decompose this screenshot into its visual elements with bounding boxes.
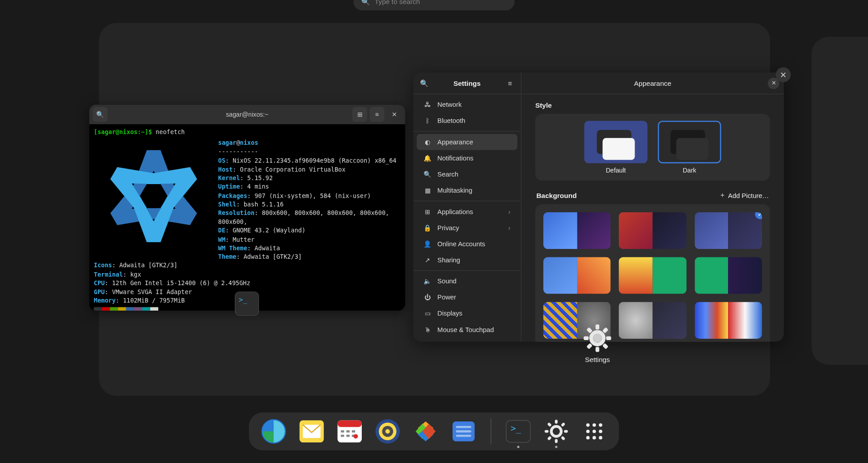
sidebar-item-label: Network: [437, 101, 462, 108]
wallpaper-option[interactable]: [543, 257, 611, 294]
style-option-dark[interactable]: Dark: [658, 121, 721, 173]
sidebar-item-label: Bluetooth: [437, 118, 466, 124]
gear-icon: [582, 323, 612, 353]
wallpaper-option[interactable]: [619, 257, 686, 294]
svg-rect-40: [547, 422, 551, 427]
sidebar-separator: [413, 270, 521, 271]
workspace-next[interactable]: [812, 37, 868, 365]
chevron-right-icon: ›: [508, 208, 511, 215]
sharing-icon: ↗: [423, 256, 432, 264]
sidebar-item-displays[interactable]: ▭Displays: [417, 305, 517, 321]
wallpaper-option[interactable]: [619, 212, 686, 249]
svg-point-22: [353, 434, 358, 438]
terminal-search-button[interactable]: 🔍: [93, 107, 107, 122]
dock-web-browser[interactable]: [260, 418, 287, 445]
terminal-body[interactable]: [sagar@nixos:~]$ neofetch: [89, 124, 405, 311]
sidebar-item-label: Notifications: [437, 155, 474, 161]
overview-search[interactable]: 🔍 Type to search: [353, 0, 514, 10]
bluetooth-icon: ᛒ: [423, 118, 432, 124]
add-picture-button[interactable]: ＋ Add Picture…: [719, 191, 769, 199]
neofetch-at: @: [236, 139, 240, 146]
settings-app-thumbnail[interactable]: Settings: [582, 323, 612, 363]
sidebar-item-keyboard[interactable]: ⌨Keyboard: [417, 337, 517, 341]
sidebar-item-mouse-touchpad[interactable]: 🖱Mouse & Touchpad: [417, 321, 517, 337]
wallpaper-option[interactable]: [694, 257, 762, 294]
search-icon: 🔍: [361, 0, 370, 6]
search-icon: 🔍: [423, 171, 432, 178]
power-icon: ⏻: [423, 294, 432, 301]
appearance-icon: ◐: [423, 139, 432, 146]
settings-sidebar: 🔍 Settings ≡ 🖧NetworkᛒBluetooth◐Appearan…: [413, 72, 521, 341]
svg-rect-28: [456, 426, 471, 428]
command: neofetch: [156, 128, 185, 135]
svg-rect-41: [561, 436, 565, 440]
terminal-new-tab-button[interactable]: ⊞: [352, 107, 367, 122]
svg-rect-20: [346, 435, 349, 437]
sidebar-item-appearance[interactable]: ◐Appearance: [417, 134, 517, 150]
sidebar-item-online-accounts[interactable]: 👤Online Accounts: [417, 236, 517, 252]
settings-search-button[interactable]: 🔍: [418, 77, 430, 89]
online-accounts-icon: 👤: [423, 240, 432, 248]
search-icon: 🔍: [420, 79, 428, 87]
dock-music[interactable]: [374, 418, 401, 445]
dock-settings[interactable]: [543, 418, 569, 445]
wallpaper-option[interactable]: ✓: [694, 212, 762, 249]
sidebar-item-label: Sound: [437, 278, 457, 285]
style-option-default[interactable]: Default: [584, 121, 648, 173]
sidebar-item-search[interactable]: 🔍Search: [417, 166, 517, 182]
sidebar-item-privacy[interactable]: 🔒Privacy›: [417, 220, 517, 236]
dock-photos[interactable]: [412, 418, 439, 445]
wallpaper-option[interactable]: [619, 302, 686, 339]
settings-page-title: Appearance: [634, 79, 671, 87]
sidebar-item-network[interactable]: 🖧Network: [417, 97, 517, 113]
wallpaper-option[interactable]: [543, 212, 611, 249]
dock-show-apps[interactable]: [581, 418, 607, 445]
style-card: Default Dark: [535, 114, 770, 181]
neofetch-line: CPU: 12th Gen Intel i5-12400 (6) @ 2.495…: [94, 279, 401, 288]
dock-mail[interactable]: [298, 418, 325, 445]
sidebar-item-bluetooth[interactable]: ᛒBluetooth: [417, 113, 517, 129]
hamburger-icon: ≡: [375, 111, 379, 118]
style-thumb-dark: [658, 121, 721, 163]
neofetch-line: Icons: Adwaita [GTK2/3]: [94, 261, 401, 270]
settings-thumb-label: Settings: [585, 355, 610, 363]
sidebar-item-notifications[interactable]: 🔔Notifications: [417, 150, 517, 166]
settings-main: Appearance ✕ Style Default: [521, 72, 784, 341]
sidebar-item-applications[interactable]: ⊞Applications›: [417, 204, 517, 220]
sidebar-item-sound[interactable]: 🔈Sound: [417, 273, 517, 289]
sidebar-item-power[interactable]: ⏻Power: [417, 289, 517, 305]
svg-rect-2: [596, 347, 599, 352]
terminal-window[interactable]: 🔍 sagar@nixos:~ ⊞ ≡ ✕ [sagar@nixos:~]$ n…: [89, 105, 405, 311]
svg-rect-35: [555, 439, 558, 443]
svg-rect-36: [545, 430, 549, 433]
network-icon: 🖧: [423, 101, 432, 108]
neofetch-line: Theme: Adwaita [GTK2/3]: [94, 253, 401, 261]
settings-window[interactable]: 🔍 Settings ≡ 🖧NetworkᛒBluetooth◐Appearan…: [413, 72, 784, 341]
privacy-icon: 🔒: [423, 224, 432, 232]
terminal-menu-button[interactable]: ≡: [369, 107, 384, 122]
overview-close-button[interactable]: ✕: [776, 67, 791, 82]
terminal-app-thumbnail[interactable]: >_: [235, 292, 259, 316]
dock-terminal[interactable]: >_: [505, 418, 531, 445]
dock-files[interactable]: [450, 418, 477, 445]
neofetch-line: Terminal: kgx: [94, 270, 401, 279]
sound-icon: 🔈: [423, 278, 432, 285]
sidebar-item-multitasking[interactable]: ▦Multitasking: [417, 182, 517, 198]
svg-rect-17: [346, 430, 349, 433]
svg-rect-38: [561, 422, 565, 427]
terminal-prompt-icon: >_: [239, 296, 247, 304]
plus-icon: ＋: [719, 191, 726, 199]
wallpaper-option[interactable]: [694, 302, 762, 339]
close-icon: ✕: [780, 70, 787, 80]
svg-rect-6: [586, 343, 593, 349]
terminal-close-button[interactable]: ✕: [387, 107, 402, 122]
dock-calendar[interactable]: [336, 418, 363, 445]
svg-rect-29: [456, 430, 471, 433]
sidebar-item-label: Sharing: [437, 257, 460, 263]
svg-rect-34: [555, 420, 558, 424]
svg-rect-19: [341, 435, 344, 437]
sidebar-item-label: Multitasking: [437, 187, 472, 194]
settings-menu-button[interactable]: ≡: [504, 77, 516, 89]
sidebar-item-sharing[interactable]: ↗Sharing: [417, 252, 517, 268]
neofetch-user: sagar: [218, 139, 237, 146]
